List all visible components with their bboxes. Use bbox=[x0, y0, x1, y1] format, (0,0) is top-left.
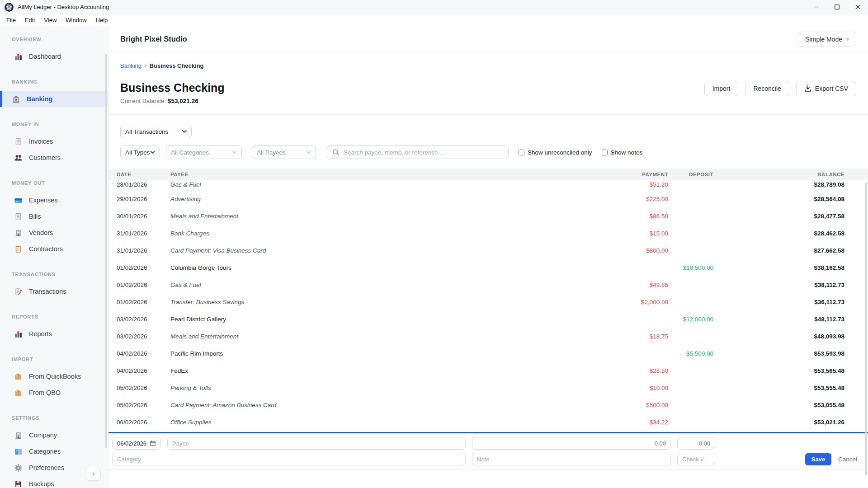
cell-payment: $86.50 bbox=[596, 213, 668, 220]
note-input[interactable] bbox=[472, 453, 671, 465]
sidebar-item-customers[interactable]: Customers bbox=[0, 150, 108, 166]
sidebar-item-vendors[interactable]: Vendors bbox=[0, 225, 108, 241]
sidebar-scrollbar[interactable] bbox=[105, 54, 107, 448]
download-icon bbox=[804, 85, 811, 92]
table-row[interactable]: 05/02/2026Parking & Tolls$10.00$53,555.4… bbox=[108, 380, 868, 395]
cell-balance: $38,162.58 bbox=[713, 264, 844, 271]
table-row[interactable]: 29/01/2026Advertising$225.00$28,564.08 bbox=[108, 192, 868, 206]
deposit-amount-input[interactable] bbox=[677, 437, 715, 450]
minimize-button[interactable] bbox=[806, 0, 826, 14]
table-row[interactable]: 04/02/2026Pacific Rim Imports$5,500.00$5… bbox=[108, 346, 868, 361]
import-button[interactable]: Import bbox=[704, 81, 739, 96]
cell-payment: $28.50 bbox=[596, 367, 668, 374]
sidebar-item-label: Company bbox=[29, 432, 57, 439]
payment-amount-input[interactable] bbox=[472, 437, 671, 450]
cell-balance: $28,477.58 bbox=[713, 213, 844, 220]
date-input[interactable]: 06/02/2026 bbox=[112, 437, 161, 450]
cell-date: 04/02/2026 bbox=[117, 367, 170, 374]
category-filter-select[interactable]: All Categories bbox=[166, 145, 242, 159]
cancel-button[interactable]: Cancel bbox=[838, 456, 857, 463]
maximize-button[interactable] bbox=[826, 0, 847, 14]
mode-dropdown-button[interactable]: Simple Mode ▾ bbox=[798, 32, 856, 47]
sidebar-item-categories[interactable]: Categories bbox=[0, 443, 108, 460]
cell-balance: $48,112.73 bbox=[713, 316, 844, 323]
table-row[interactable]: 03/02/2026Pearl District Gallery$12,000.… bbox=[108, 312, 868, 327]
sidebar-item-from-quickbooks[interactable]: From QuickBooks bbox=[0, 368, 108, 385]
window-title: AllMy Ledger - Desktop Accounting bbox=[18, 4, 109, 10]
sidebar-section-money-in: MONEY INInvoicesCustomers bbox=[0, 120, 108, 166]
save-button[interactable]: Save bbox=[805, 453, 831, 465]
search-input[interactable] bbox=[327, 145, 509, 159]
building-icon bbox=[14, 229, 23, 237]
check-number-input[interactable] bbox=[677, 453, 715, 465]
mode-label: Simple Mode bbox=[805, 36, 842, 43]
category-input[interactable] bbox=[112, 453, 466, 465]
cell-date: 06/02/2026 bbox=[117, 419, 170, 426]
sidebar-item-company[interactable]: Company bbox=[0, 427, 108, 443]
cell-date: 04/02/2026 bbox=[117, 350, 170, 357]
close-button[interactable] bbox=[847, 0, 868, 14]
breadcrumb-banking-link[interactable]: Banking bbox=[120, 62, 142, 69]
sidebar-item-reports[interactable]: Reports bbox=[0, 326, 108, 342]
show-unreconciled-checkbox[interactable] bbox=[519, 150, 524, 155]
sidebar-item-label: From QBO bbox=[29, 389, 61, 396]
type-filter-select[interactable]: All Types bbox=[120, 145, 160, 159]
table-row[interactable]: 01/02/2026Columbia Gorge Tours$10,500.00… bbox=[108, 260, 868, 275]
credit-card-icon bbox=[14, 196, 23, 205]
menu-window[interactable]: Window bbox=[61, 14, 91, 26]
cell-payee: Gas & Fuel bbox=[170, 181, 596, 188]
transactions-range-select[interactable]: All Transactions bbox=[120, 125, 192, 138]
show-notes-checkbox[interactable] bbox=[602, 150, 608, 155]
search-icon bbox=[332, 149, 340, 156]
menu-view[interactable]: View bbox=[39, 14, 61, 26]
sidebar-item-invoices[interactable]: Invoices bbox=[0, 133, 108, 150]
sidebar-item-expenses[interactable]: Expenses bbox=[0, 192, 108, 208]
sidebar-item-banking[interactable]: Banking bbox=[0, 91, 108, 107]
reconcile-button[interactable]: Reconcile bbox=[745, 81, 789, 96]
sidebar-section-overview: OVERVIEWDashboard bbox=[0, 35, 108, 65]
chevron-down-icon bbox=[306, 150, 311, 154]
menu-file[interactable]: File bbox=[2, 14, 20, 26]
menu-edit[interactable]: Edit bbox=[20, 14, 39, 26]
cell-balance: $48,093.98 bbox=[713, 333, 844, 340]
table-row[interactable]: 06/02/2026Office Supplies$34.22$53,021.2… bbox=[108, 415, 868, 430]
table-row[interactable]: 03/02/2026Meals and Entertainment$18.75$… bbox=[108, 329, 868, 344]
main-scrollbar[interactable] bbox=[865, 183, 867, 475]
export-csv-button[interactable]: Export CSV bbox=[796, 81, 856, 96]
sidebar-item-transactions[interactable]: Transactions bbox=[0, 283, 108, 300]
cell-date: 01/02/2026 bbox=[117, 299, 170, 305]
payee-filter-select[interactable]: All Payees bbox=[252, 145, 316, 159]
menu-help[interactable]: Help bbox=[91, 14, 113, 26]
floppy-icon bbox=[14, 480, 23, 488]
table-row[interactable]: 30/01/2026Meals and Entertainment$86.50$… bbox=[108, 209, 868, 224]
table-row[interactable]: 01/02/2026Transfer: Business Savings$2,0… bbox=[108, 295, 868, 310]
company-name: Bright Pixel Studio bbox=[120, 35, 187, 43]
cell-payee: Card Payment: Amazon Business Card bbox=[170, 402, 596, 408]
table-row[interactable]: 28/01/2026Gas & Fuel$51.20$28,789.08 bbox=[108, 180, 868, 189]
sidebar-section-import: IMPORTFrom QuickBooksFrom QBO bbox=[0, 355, 108, 401]
cell-date: 31/01/2026 bbox=[117, 247, 170, 254]
sidebar-item-contractors[interactable]: Contractors bbox=[0, 241, 108, 257]
col-deposit: DEPOSIT bbox=[668, 172, 713, 177]
sidebar-item-label: Banking bbox=[27, 95, 52, 103]
invoice-icon bbox=[14, 137, 23, 146]
app-logo-icon bbox=[5, 3, 14, 12]
table-row[interactable]: 01/02/2026Gas & Fuel$49.85$38,112.73 bbox=[108, 277, 868, 292]
sidebar-collapse-button[interactable]: ‹ bbox=[86, 466, 101, 481]
table-row[interactable]: 31/01/2026Bank Charges$15.00$28,462.58 bbox=[108, 226, 868, 241]
cell-date: 01/02/2026 bbox=[117, 282, 170, 288]
sidebar-section-header: MONEY IN bbox=[0, 120, 108, 129]
table-row[interactable]: 04/02/2026FedEx$28.50$53,565.48 bbox=[108, 363, 868, 378]
chevron-left-icon: ‹ bbox=[92, 470, 94, 477]
sidebar-section-header: REPORTS bbox=[0, 312, 108, 321]
payee-input[interactable] bbox=[167, 437, 466, 450]
table-row[interactable]: 05/02/2026Card Payment: Amazon Business … bbox=[108, 398, 868, 413]
sidebar-item-dashboard[interactable]: Dashboard bbox=[0, 48, 108, 65]
sidebar-item-bills[interactable]: Bills bbox=[0, 208, 108, 225]
cell-balance: $53,055.48 bbox=[713, 402, 844, 408]
col-balance: BALANCE bbox=[713, 172, 844, 177]
cell-payment: $10.00 bbox=[596, 385, 668, 391]
sidebar-item-from-qbo[interactable]: From QBO bbox=[0, 385, 108, 401]
page-head: Banking / Business Checking Business Che… bbox=[108, 52, 868, 115]
table-row[interactable]: 31/01/2026Card Payment: Visa Business Ca… bbox=[108, 243, 868, 258]
